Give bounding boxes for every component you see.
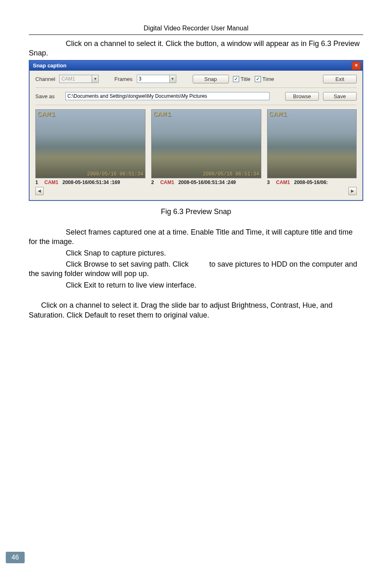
thumbnail-strip: CAM1 2008/05/16 06:51:34 1 CAM1 2008-05-… <box>35 109 357 185</box>
frames-dropdown[interactable]: ▼ <box>137 75 176 83</box>
thumbnail-index: 1 <box>35 180 40 185</box>
thumbnail-overlay-ts: 2008/05/16 06:51:34 <box>203 171 259 177</box>
thumbnail-overlay-ts: 2008/05/16 06:51:34 <box>87 171 143 177</box>
browse-button[interactable]: Browse <box>285 92 319 101</box>
paragraph-4a: Click Browse to set saving path. Click <box>66 260 191 268</box>
scroll-left-icon[interactable]: ◀ <box>35 187 44 195</box>
time-checkbox[interactable]: ✓ Time <box>255 76 274 82</box>
dialog-title: Snap caption <box>33 62 67 69</box>
thumbnail-overlay-label: CAM1 <box>269 111 288 118</box>
thumbnail-cam: CAM1 <box>44 180 58 185</box>
dialog-titlebar: Snap caption × <box>30 61 362 71</box>
thumbnail-2[interactable]: CAM1 2008/05/16 06:51:34 2 CAM1 2008-05-… <box>151 109 261 185</box>
thumbnail-cam: CAM1 <box>276 180 290 185</box>
thumbnail-ts: 2008-05-16/06: <box>294 180 328 185</box>
title-checkbox-label: Title <box>241 76 251 82</box>
paragraph-2: Select frames captured one at a time. En… <box>29 228 363 247</box>
thumbnail-overlay-label: CAM1 <box>37 111 56 118</box>
saveas-path[interactable] <box>65 92 270 100</box>
row-saveas: Save as Browse Save <box>35 92 357 101</box>
thumbnail-index: 2 <box>151 180 156 185</box>
frames-value[interactable] <box>137 75 170 83</box>
frames-label: Frames <box>114 76 132 82</box>
paragraph-3: Click Snap to capture pictures. <box>29 249 363 258</box>
thumbnail-cam: CAM1 <box>160 180 174 185</box>
saveas-label: Save as <box>35 93 55 99</box>
thumbnail-ts: 2008-05-16/06:51:34 :169 <box>62 180 120 185</box>
row-channel-frames: Channel ▼ Frames ▼ Snap ✓ Title <box>35 75 357 83</box>
paragraph-6: Click on a channel to select it. Drag th… <box>29 301 363 320</box>
channel-label: Channel <box>35 76 55 82</box>
page-header: Digital Video Recorder User Manual <box>29 25 363 35</box>
snap-button[interactable]: Snap <box>193 75 229 83</box>
thumbnail-overlay-label: CAM1 <box>153 111 172 118</box>
scroll-right-icon[interactable]: ▶ <box>348 187 357 195</box>
page-number: 46 <box>6 552 25 563</box>
save-button[interactable]: Save <box>323 92 357 101</box>
paragraph-5: Click Exit to return to live view interf… <box>29 281 363 290</box>
checkbox-checked-icon: ✓ <box>255 76 261 82</box>
checkbox-checked-icon: ✓ <box>233 76 239 82</box>
chevron-down-icon[interactable]: ▼ <box>92 75 99 83</box>
figure-caption: Fig 6.3 Preview Snap <box>29 207 363 216</box>
close-icon[interactable]: × <box>352 62 361 70</box>
thumbnail-index: 3 <box>267 180 272 185</box>
time-checkbox-label: Time <box>263 76 274 82</box>
thumbnail-3[interactable]: CAM1 3 CAM1 2008-05-16/06: <box>267 109 357 185</box>
channel-dropdown[interactable]: ▼ <box>59 75 99 83</box>
channel-value <box>59 75 92 83</box>
chevron-down-icon[interactable]: ▼ <box>170 75 176 83</box>
thumbnail-ts: 2008-05-16/06:51:34 :249 <box>178 180 236 185</box>
snap-caption-dialog: Snap caption × Channel ▼ Frames ▼ Snap <box>29 60 363 201</box>
paragraph-intro: Click on a channel to select it. Click t… <box>29 39 363 58</box>
thumbnail-1[interactable]: CAM1 2008/05/16 06:51:34 1 CAM1 2008-05-… <box>35 109 145 185</box>
paragraph-4: Click Browse to set saving path. Click t… <box>29 260 363 279</box>
exit-button[interactable]: Exit <box>323 75 357 83</box>
title-checkbox[interactable]: ✓ Title <box>233 76 251 82</box>
